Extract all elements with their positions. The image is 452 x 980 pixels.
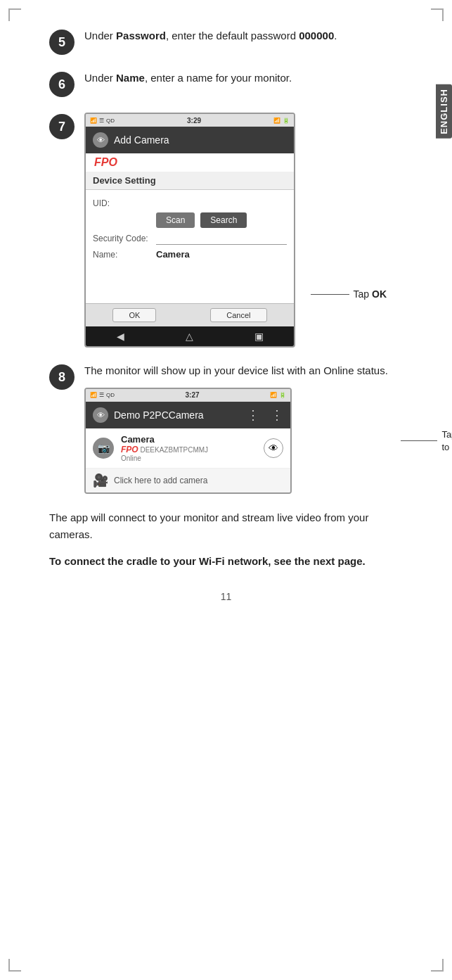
step-6-text-after: , enter a name for your monitor. [145, 72, 292, 84]
status-time-7: 3:29 [187, 117, 201, 125]
status-bar-7: 📶 ☰ QD 3:29 📶 🔋 [86, 114, 294, 127]
app-header-icon-7: 👁 [93, 132, 108, 148]
recents-icon-7[interactable]: ▣ [254, 331, 264, 342]
status-time-8: 3:27 [185, 391, 199, 399]
step-8-phone-wrapper: 📶 ☰ QD 3:27 📶 🔋 👁 Demo P2PCCamer [84, 388, 403, 494]
add-camera-icon: 🎥 [93, 473, 108, 488]
step-6-text: Under Name, enter a name for your monito… [84, 70, 292, 87]
step-7-phone-wrapper: 📶 ☰ QD 3:29 📶 🔋 👁 Add Camera [84, 113, 295, 348]
fpo-label-7: FPO [89, 155, 123, 170]
home-icon-7[interactable]: △ [186, 331, 193, 342]
step-7: 7 📶 ☰ QD 3:29 📶 🔋 [49, 113, 403, 348]
status-bar-8: 📶 ☰ QD 3:27 📶 🔋 [86, 389, 290, 402]
spacer-7 [86, 268, 294, 303]
step-8-text: The monitor will show up in your device … [84, 363, 403, 379]
tap-monitor-annotation: Tap the monitor to connect [401, 428, 452, 454]
uid-row: UID: [93, 198, 287, 208]
form-area-7: UID: Scan Search Security Code: Name: [86, 190, 294, 268]
tap-monitor-line [401, 440, 437, 441]
step-6: 6 Under Name, enter a name for your moni… [49, 70, 403, 97]
step-5-password: 000000 [299, 30, 334, 42]
tap-ok-annotation: Tap OK [311, 288, 387, 300]
step-5-text-after: , enter the default password [166, 30, 299, 42]
tap-ok-line [311, 294, 349, 295]
security-input[interactable] [156, 232, 287, 245]
step-5-number: 5 [49, 30, 75, 55]
add-camera-row[interactable]: 🎥 Click here to add camera [86, 469, 290, 492]
uid-label: UID: [93, 198, 156, 208]
camera-avatar: 📷 [93, 438, 114, 459]
status-left-icons-7: 📶 ☰ QD [90, 117, 115, 124]
section-title-7: Device Setting [86, 172, 294, 190]
name-value-7: Camera [156, 249, 190, 260]
ok-button-7[interactable]: OK [112, 308, 156, 322]
step-8-number: 8 [49, 364, 75, 390]
camera-status: Online [121, 454, 264, 462]
android-nav-7: ◀ △ ▣ [86, 326, 294, 346]
corner-mark-br [431, 959, 444, 972]
dots-icon-8[interactable]: ⋮ [247, 407, 259, 423]
para-1: The app will connect to your monitor and… [49, 509, 403, 543]
tap-ok-text: Tap OK [354, 288, 387, 300]
name-label-7: Name: [93, 250, 156, 260]
status-right-icons-7: 📶 🔋 [273, 117, 290, 124]
app-header-7: 👁 Add Camera [86, 127, 294, 153]
add-camera-text: Click here to add camera [114, 476, 207, 485]
step-8-content: The monitor will show up in your device … [84, 363, 403, 494]
page-number: 11 [49, 591, 403, 602]
search-button[interactable]: Search [200, 212, 247, 228]
camera-id: FPO DEEKAZBMTPCMMJ [121, 445, 264, 454]
step-8: 8 The monitor will show up in your devic… [49, 363, 403, 494]
back-icon-7[interactable]: ◀ [117, 331, 124, 342]
camera-name: Camera [121, 434, 264, 445]
app-header-8: 👁 Demo P2PCCamera ⋮ ⋮ [86, 402, 290, 428]
camera-list-item[interactable]: 📷 Camera FPO DEEKAZBMTPCMMJ Online 👁 [86, 428, 290, 469]
cancel-button-7[interactable]: Cancel [210, 308, 266, 322]
demo-header-title: Demo P2PCCamera [114, 409, 204, 421]
status-left-8: 📶 ☰ QD [90, 392, 115, 398]
camera-info: Camera FPO DEEKAZBMTPCMMJ Online [121, 434, 264, 462]
para-2: To connect the cradle to your Wi-Fi netw… [49, 553, 403, 570]
form-buttons: Scan Search [156, 212, 247, 228]
app-header-title-7: Add Camera [114, 134, 169, 146]
security-label: Security Code: [93, 234, 156, 243]
eye-icon-8[interactable]: 👁 [264, 438, 283, 458]
corner-mark-bl [8, 959, 21, 972]
fpo-area-7: FPO [86, 153, 294, 172]
step-7-number: 7 [49, 114, 75, 139]
english-sidebar-label: ENGLISH [436, 84, 452, 139]
step-8-phone-screen: 📶 ☰ QD 3:27 📶 🔋 👁 Demo P2PCCamer [84, 388, 292, 494]
corner-mark-tr [431, 8, 444, 21]
status-right-8: 📶 🔋 [270, 392, 286, 398]
fpo-label-8: FPO [121, 445, 138, 454]
step-5-text: Under Password, enter the default passwo… [84, 28, 337, 44]
tap-monitor-text: Tap the monitor to connect [441, 428, 452, 454]
step-6-label: Name [116, 72, 145, 84]
bottom-buttons-7: OK Cancel [86, 303, 294, 326]
name-row: Name: Camera [93, 249, 287, 260]
step-6-number: 6 [49, 72, 75, 97]
security-row: Security Code: [93, 232, 287, 245]
step-7-phone-screen: 📶 ☰ QD 3:29 📶 🔋 👁 Add Camera [84, 113, 295, 348]
scan-button[interactable]: Scan [156, 212, 195, 228]
menu-icon-8[interactable]: ⋮ [271, 407, 283, 423]
app-header-icon-8: 👁 [93, 407, 108, 423]
step-5: 5 Under Password, enter the default pass… [49, 28, 403, 55]
camera-id-text: DEEKAZBMTPCMMJ [140, 446, 208, 454]
paragraph-section: The app will connect to your monitor and… [49, 509, 403, 570]
uid-buttons-row: Scan Search [93, 212, 287, 228]
corner-mark-tl [8, 8, 21, 21]
step-5-label: Password [116, 30, 166, 42]
